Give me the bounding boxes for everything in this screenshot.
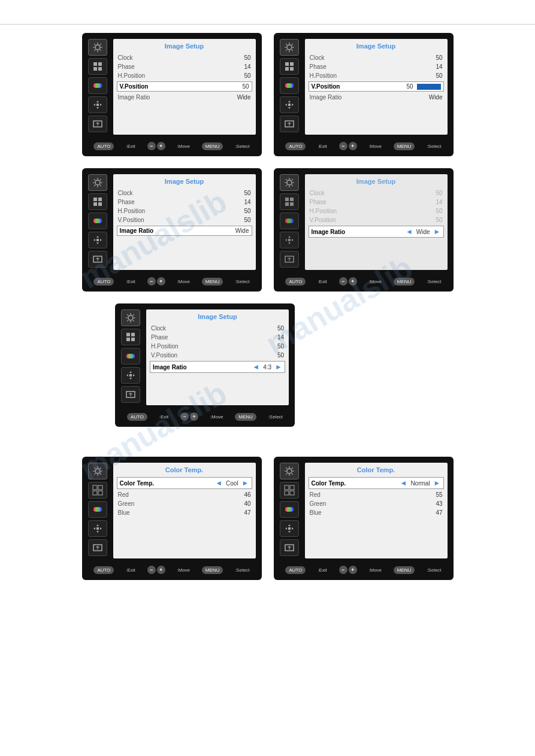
icon-btn-aspect-7[interactable]: [280, 539, 299, 556]
icon-btn-grid-2[interactable]: [280, 58, 299, 75]
value-phase-5: 14: [277, 334, 284, 341]
icon-btn-move-4[interactable]: [280, 232, 299, 248]
icon-btn-settings[interactable]: [88, 39, 107, 56]
value-hpos-4: 50: [436, 208, 442, 214]
icon-btn-move-7[interactable]: [280, 520, 299, 537]
value-clock-5: 50: [277, 325, 284, 332]
auto-btn-7[interactable]: AUTO: [285, 566, 306, 574]
plus-btn-3[interactable]: +: [157, 277, 165, 286]
icon-btn-grid-4[interactable]: [280, 193, 299, 210]
icon-btn-color-5[interactable]: [121, 348, 140, 365]
plus-btn-5[interactable]: +: [190, 412, 198, 421]
icon-btn-settings-4[interactable]: [280, 174, 299, 191]
icon-btn-grid-6[interactable]: [88, 482, 107, 499]
plus-btn-2[interactable]: +: [349, 142, 357, 150]
icon-btn-color[interactable]: [88, 77, 107, 94]
icon-btn-grid-3[interactable]: [88, 193, 107, 210]
value-colortemp-6: ◄ Cool ►: [215, 479, 249, 487]
minus-btn-2[interactable]: −: [339, 142, 347, 150]
menu-btn-3[interactable]: MENU: [202, 278, 223, 286]
plus-btn-6[interactable]: +: [157, 566, 165, 574]
osd-row-phase-4: Phase 14: [310, 198, 443, 207]
plus-btn-7[interactable]: +: [349, 566, 357, 574]
auto-btn-5[interactable]: AUTO: [127, 413, 147, 421]
osd-title-4: Image Setup: [310, 178, 443, 185]
minus-btn-6[interactable]: −: [147, 566, 156, 574]
icon-btn-aspect-5[interactable]: [121, 386, 140, 403]
svg-rect-2: [98, 62, 102, 66]
label-phase-5: Phase: [151, 334, 168, 341]
icon-btn-grid-7[interactable]: [280, 482, 299, 499]
auto-btn-4[interactable]: AUTO: [285, 278, 306, 286]
osd-row-ratio-4: Image Ratio ◄ Wide ►: [309, 226, 444, 238]
svg-rect-12: [290, 62, 294, 66]
label-red-6: Red: [118, 491, 129, 498]
auto-btn-1[interactable]: AUTO: [93, 142, 114, 150]
icon-btn-color-6[interactable]: [88, 501, 107, 518]
icon-btn-move-3[interactable]: [88, 232, 107, 248]
value-ratio-3: Wide: [235, 227, 249, 234]
move-ctrl-7: − +: [339, 566, 357, 574]
osd-screen-4: Image Setup Clock 50 Phase 14 H.Position…: [274, 168, 454, 292]
auto-btn-2[interactable]: AUTO: [285, 142, 306, 150]
menu-btn-1[interactable]: MENU: [202, 142, 223, 150]
move-ctrl-6: − +: [147, 566, 165, 574]
icon-btn-aspect-6[interactable]: [88, 539, 107, 556]
menu-btn-5[interactable]: MENU: [235, 413, 256, 421]
icon-btn-aspect-4[interactable]: [280, 251, 299, 268]
osd-controls-7: AUTO :Exit − + :Move MENU :Select: [280, 563, 448, 574]
osd-title-6: Color Temp.: [118, 466, 251, 473]
svg-rect-3: [93, 67, 97, 71]
osd-row-ratio-2: Image Ratio Wide: [310, 93, 443, 102]
icon-btn-aspect[interactable]: [88, 116, 107, 132]
colortemp-val-7: Normal: [410, 480, 430, 487]
plus-btn-1[interactable]: +: [157, 142, 165, 150]
minus-btn-1[interactable]: −: [147, 142, 156, 150]
osd-menu-5: Image Setup Clock 50 Phase 14 H.Position…: [146, 309, 289, 405]
icon-btn-settings-2[interactable]: [280, 39, 299, 56]
svg-point-40: [128, 315, 133, 320]
icon-btn-settings-7[interactable]: [280, 463, 299, 479]
value-blue-6: 47: [244, 509, 250, 516]
icon-btn-color-4[interactable]: [280, 212, 299, 229]
icon-btn-move-5[interactable]: [121, 367, 140, 384]
auto-btn-3[interactable]: AUTO: [93, 278, 114, 286]
icon-btn-settings-3[interactable]: [88, 174, 107, 191]
icon-btn-grid-5[interactable]: [121, 329, 140, 345]
minus-btn-4[interactable]: −: [339, 277, 347, 286]
osd-row-ratio-1: Image Ratio Wide: [118, 93, 251, 102]
minus-btn-7[interactable]: −: [339, 566, 347, 574]
svg-point-47: [128, 354, 133, 359]
icon-btn-move-2[interactable]: [280, 96, 299, 113]
icon-btn-color-7[interactable]: [280, 501, 299, 518]
auto-btn-6[interactable]: AUTO: [93, 566, 114, 574]
menu-btn-7[interactable]: MENU: [394, 566, 415, 574]
icon-btn-settings-6[interactable]: [88, 463, 107, 479]
icon-btn-settings-5[interactable]: [121, 309, 140, 326]
icon-btn-move[interactable]: [88, 96, 107, 113]
icon-btn-aspect-2[interactable]: [280, 116, 299, 132]
svg-rect-48: [129, 374, 132, 377]
menu-btn-6[interactable]: MENU: [202, 566, 223, 574]
plus-btn-4[interactable]: +: [349, 277, 357, 286]
icon-btn-color-2[interactable]: [280, 77, 299, 94]
menu-btn-2[interactable]: MENU: [394, 142, 415, 150]
arrow-left-5: ◄: [252, 363, 259, 371]
osd-title-5: Image Setup: [151, 313, 284, 320]
menu-btn-4[interactable]: MENU: [394, 278, 415, 286]
arrow-left-4: ◄: [406, 227, 413, 236]
osd-sidebar-2: [280, 39, 301, 135]
exit-label-2: :Exit: [318, 144, 327, 149]
label-clock-3: Clock: [118, 190, 133, 196]
icon-btn-aspect-3[interactable]: [88, 251, 107, 268]
label-vpos-4: V.Position: [310, 217, 336, 223]
minus-btn-5[interactable]: −: [180, 412, 189, 421]
osd-row-clock-2: Clock 50: [310, 53, 443, 62]
osd-sidebar-5: [121, 309, 143, 405]
value-phase-3: 14: [244, 199, 250, 205]
icon-btn-grid[interactable]: [88, 58, 107, 75]
icon-btn-move-6[interactable]: [88, 520, 107, 537]
icon-btn-color-3[interactable]: [88, 212, 107, 229]
svg-rect-11: [285, 62, 289, 66]
minus-btn-3[interactable]: −: [147, 277, 156, 286]
